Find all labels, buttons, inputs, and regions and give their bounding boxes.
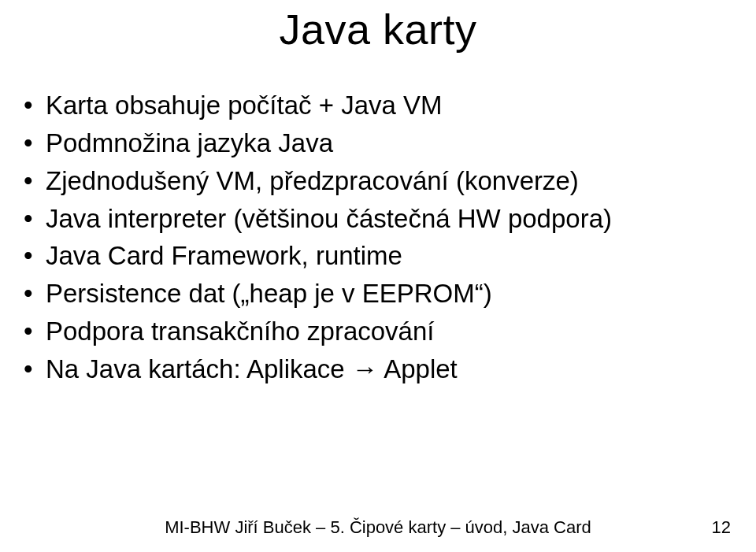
page-number: 12 <box>712 517 731 538</box>
bullet-item: Persistence dat („heap je v EEPROM“) <box>24 275 732 313</box>
bullet-item: Na Java kartách: Aplikace → Applet <box>24 350 732 388</box>
slide-footer: MI-BHW Jiří Buček – 5. Čipové karty – úv… <box>0 517 756 538</box>
bullet-list: Karta obsahuje počítač + Java VM Podmnož… <box>24 87 732 388</box>
slide-title: Java karty <box>0 5 756 54</box>
slide: Java karty Karta obsahuje počítač + Java… <box>0 0 756 552</box>
slide-content: Karta obsahuje počítač + Java VM Podmnož… <box>24 87 732 388</box>
bullet-item: Karta obsahuje počítač + Java VM <box>24 87 732 124</box>
bullet-item: Java Card Framework, runtime <box>24 237 732 275</box>
bullet-item: Podpora transakčního zpracování <box>24 313 732 350</box>
bullet-item: Podmnožina jazyka Java <box>24 124 732 162</box>
bullet-item: Zjednodušený VM, předzpracování (konverz… <box>24 162 732 200</box>
bullet-item: Java interpreter (většinou částečná HW p… <box>24 200 732 238</box>
